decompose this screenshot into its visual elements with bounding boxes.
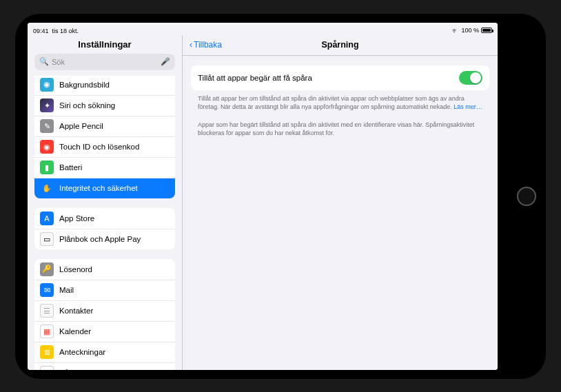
status-time: 09:41 xyxy=(33,28,49,34)
detail-title: Spårning xyxy=(183,40,498,50)
sidebar-item[interactable]: ✎Apple Pencil xyxy=(34,116,175,136)
sidebar-item-icon: ▮ xyxy=(40,161,54,174)
sidebar-item-icon: ✉ xyxy=(40,283,54,297)
sidebar-item-icon: ▦ xyxy=(40,324,54,338)
sidebar-item-icon: ◉ xyxy=(40,78,54,92)
sidebar-item-label: Anteckningar xyxy=(59,348,105,356)
sidebar-item[interactable]: ◉Touch ID och lösenkod xyxy=(34,136,175,157)
battery-percent: 100 % xyxy=(461,27,479,34)
sidebar-item-label: Lösenord xyxy=(59,265,92,274)
sidebar-item-icon: ▭ xyxy=(40,232,54,246)
sidebar-item-icon: ≣ xyxy=(40,345,54,359)
back-button[interactable]: ‹ Tillbaka xyxy=(190,40,222,50)
sidebar-item-icon: ☰ xyxy=(40,304,54,318)
sidebar-item-label: App Store xyxy=(59,214,94,223)
sidebar-item-label: Apple Pencil xyxy=(59,122,103,130)
sidebar-item-label: Mail xyxy=(59,286,74,294)
settings-sidebar: Inställningar 🔍 Sök 🎤 ◉Bakgrundsbild✦Sir… xyxy=(28,35,183,370)
sidebar-item[interactable]: ≣Anteckningar xyxy=(34,342,175,362)
sidebar-item[interactable]: ▭Plånbok och Apple Pay xyxy=(34,229,175,249)
allow-tracking-label: Tillåt att appar begär att få spåra xyxy=(198,74,312,82)
sidebar-item-icon: ◉ xyxy=(40,140,54,154)
detail-pane: ‹ Tillbaka Spårning Tillåt att appar beg… xyxy=(183,35,498,370)
tracking-footer-2: Appar som har begärt tillstånd att spåra… xyxy=(191,111,489,137)
sidebar-title: Inställningar xyxy=(28,35,182,54)
sidebar-item-icon: ✎ xyxy=(40,119,54,133)
learn-more-link[interactable]: Läs mer… xyxy=(453,103,482,110)
allow-tracking-toggle[interactable] xyxy=(459,71,482,85)
mic-icon: 🎤 xyxy=(161,57,170,66)
allow-tracking-row[interactable]: Tillåt att appar begär att få spåra xyxy=(191,65,489,90)
wifi-icon: ᯤ xyxy=(452,27,459,34)
sidebar-item-icon: ✦ xyxy=(40,99,54,112)
sidebar-item[interactable]: ☰Kontakter xyxy=(34,300,175,321)
search-input[interactable]: 🔍 Sök 🎤 xyxy=(34,54,175,70)
home-button[interactable] xyxy=(517,187,536,206)
sidebar-item-label: Integritet och säkerhet xyxy=(59,184,138,192)
sidebar-item-icon: A xyxy=(40,212,54,225)
sidebar-item-label: Påminnelser xyxy=(59,369,103,370)
sidebar-item[interactable]: ✉Mail xyxy=(34,280,175,300)
sidebar-item[interactable]: ✦Siri och sökning xyxy=(34,95,175,116)
sidebar-item-label: Siri och sökning xyxy=(59,101,115,110)
sidebar-item-icon: 🔑 xyxy=(40,262,54,276)
sidebar-item[interactable]: AApp Store xyxy=(34,208,175,229)
status-bar: 09:41 tis 18 okt. ᯤ 100 % xyxy=(28,23,498,35)
sidebar-item[interactable]: ▮Batteri xyxy=(34,157,175,178)
sidebar-item-label: Kontakter xyxy=(59,307,93,315)
status-date: tis 18 okt. xyxy=(52,28,79,34)
battery-icon xyxy=(481,28,492,33)
sidebar-item-label: Plånbok och Apple Pay xyxy=(59,235,141,243)
sidebar-item-icon: ✋ xyxy=(40,181,54,195)
sidebar-item-label: Touch ID och lösenkod xyxy=(59,143,139,151)
sidebar-item[interactable]: ▦Kalender xyxy=(34,321,175,342)
sidebar-item[interactable]: 🔑Lösenord xyxy=(34,259,175,280)
sidebar-item-label: Kalender xyxy=(59,327,91,336)
chevron-left-icon: ‹ xyxy=(190,40,192,50)
search-placeholder: Sök xyxy=(52,58,65,66)
search-icon: 🔍 xyxy=(39,57,49,66)
tracking-footer-1: Tillåt att appar ber om tillstånd att sp… xyxy=(191,90,489,111)
sidebar-item[interactable]: ⊙Påminnelser xyxy=(34,362,175,370)
sidebar-item[interactable]: ✋Integritet och säkerhet xyxy=(34,178,175,198)
sidebar-item[interactable]: ◉Bakgrundsbild xyxy=(34,76,175,95)
sidebar-item-label: Bakgrundsbild xyxy=(59,81,110,89)
sidebar-item-label: Batteri xyxy=(59,163,82,172)
sidebar-item-icon: ⊙ xyxy=(40,366,54,370)
